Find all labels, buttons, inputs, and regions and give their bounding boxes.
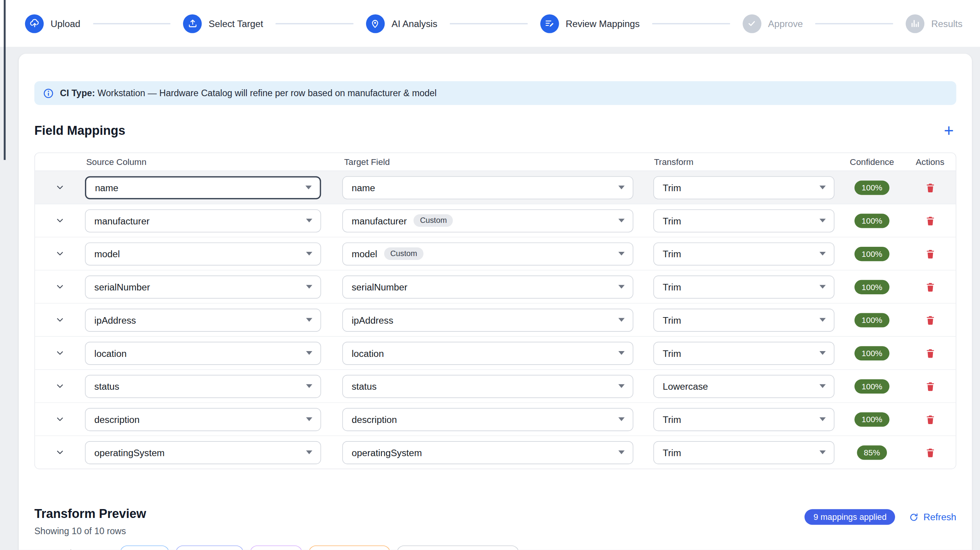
source-column-select[interactable]: operatingSystem (85, 441, 321, 464)
step-connector (816, 23, 893, 24)
field-mappings-header: Field Mappings + (34, 122, 956, 139)
step-upload[interactable]: Upload (25, 14, 80, 33)
mappings-icon (540, 14, 559, 33)
step-approve[interactable]: Approve (743, 14, 803, 33)
dropdown-caret-icon (618, 450, 624, 454)
chart-icon (905, 14, 924, 33)
dropdown-caret-icon (306, 384, 312, 388)
step-label: Select Target (209, 18, 263, 29)
transform-select[interactable]: Trim (653, 407, 834, 431)
target-field-select[interactable]: description (342, 407, 633, 431)
mapping-row: operatingSystem operatingSystem Trim 85% (35, 436, 956, 469)
detected-ci-types-row: Detected CI Types: Server: 2Workstation:… (34, 545, 956, 550)
step-label: Upload (51, 18, 80, 29)
delete-mapping-button[interactable] (925, 314, 935, 326)
expand-row-chevron-icon[interactable] (55, 348, 65, 358)
source-column-select[interactable]: ipAddress (85, 308, 321, 331)
dropdown-caret-icon (306, 252, 312, 256)
mappings-applied-badge: 9 mappings applied (805, 509, 895, 525)
confidence-badge: 100% (855, 213, 889, 227)
delete-mapping-button[interactable] (925, 248, 935, 260)
table-body: name name Trim 100% (35, 171, 956, 469)
upload-target-icon (183, 14, 202, 33)
transform-select[interactable]: Trim (653, 441, 834, 464)
dropdown-caret-icon (306, 418, 312, 421)
step-label: Approve (768, 18, 803, 29)
mappings-table: Source Column Target Field Transform Con… (34, 153, 956, 469)
refresh-icon (909, 512, 919, 522)
custom-badge: Custom (384, 248, 424, 260)
delete-mapping-button[interactable] (925, 413, 935, 425)
transform-select[interactable]: Trim (653, 308, 834, 331)
dropdown-caret-icon (618, 384, 624, 388)
step-ai-analysis[interactable]: AI Analysis (366, 14, 437, 33)
source-column-select[interactable]: manufacturer (85, 209, 321, 232)
transform-select[interactable]: Trim (653, 209, 834, 232)
expand-row-chevron-icon[interactable] (55, 315, 65, 325)
refresh-button[interactable]: Refresh (909, 512, 956, 522)
source-column-select[interactable]: name (85, 176, 321, 199)
custom-badge: Custom (414, 214, 453, 227)
dropdown-caret-icon (819, 252, 826, 256)
step-label: Review Mappings (566, 18, 640, 29)
target-field-select[interactable]: location (342, 341, 633, 365)
ci-type-badge: Workstation: 3 (176, 545, 244, 550)
target-field-select[interactable]: status (342, 375, 633, 398)
confidence-badge: 100% (855, 346, 889, 360)
source-column-select[interactable]: location (85, 341, 321, 365)
target-field-select[interactable]: ipAddress (342, 308, 633, 331)
transform-select[interactable]: Trim (653, 275, 834, 299)
expand-row-chevron-icon[interactable] (55, 447, 65, 457)
ci-type-badge: Unmatched: 1 → Workstation (397, 545, 519, 550)
target-field-select[interactable]: name (342, 176, 633, 199)
page: Upload Select Target AI Analysis Review … (0, 0, 980, 550)
delete-mapping-button[interactable] (925, 380, 935, 392)
wizard-stepper: Upload Select Target AI Analysis Review … (0, 0, 980, 48)
dropdown-caret-icon (618, 185, 624, 189)
check-icon (743, 14, 761, 33)
expand-row-chevron-icon[interactable] (55, 414, 65, 424)
delete-mapping-button[interactable] (925, 182, 935, 194)
delete-mapping-button[interactable] (925, 215, 935, 227)
step-select-target[interactable]: Select Target (183, 14, 263, 33)
dropdown-caret-icon (819, 185, 826, 189)
step-results[interactable]: Results (905, 14, 962, 33)
target-field-select[interactable]: manufacturer Custom (342, 209, 633, 232)
ci-type-badge: Server: 2 (120, 545, 169, 550)
delete-mapping-button[interactable] (925, 347, 935, 359)
source-column-select[interactable]: status (85, 375, 321, 398)
dropdown-caret-icon (819, 219, 826, 222)
target-field-select[interactable]: operatingSystem (342, 441, 633, 464)
mapping-row: serialNumber serialNumber Trim 100% (35, 270, 956, 304)
delete-mapping-button[interactable] (925, 446, 935, 458)
step-connector (276, 23, 353, 24)
expand-row-chevron-icon[interactable] (55, 282, 65, 292)
source-column-select[interactable]: serialNumber (85, 275, 321, 299)
transform-select[interactable]: Trim (653, 341, 834, 365)
step-review-mappings[interactable]: Review Mappings (540, 14, 640, 33)
source-column-select[interactable]: model (85, 242, 321, 265)
confidence-badge: 100% (855, 313, 889, 327)
expand-row-chevron-icon[interactable] (55, 216, 65, 226)
table-header: Source Column Target Field Transform Con… (35, 153, 956, 171)
expand-row-chevron-icon[interactable] (55, 182, 65, 192)
target-field-select[interactable]: model Custom (342, 242, 633, 265)
transform-select[interactable]: Lowercase (653, 375, 834, 398)
header-source-column: Source Column (85, 157, 342, 167)
dropdown-caret-icon (305, 185, 312, 189)
delete-mapping-button[interactable] (925, 281, 935, 293)
target-field-select[interactable]: serialNumber (342, 275, 633, 299)
dropdown-caret-icon (618, 219, 624, 222)
expand-row-chevron-icon[interactable] (55, 381, 65, 391)
mapping-row: status status Lowercase 100% (35, 370, 956, 403)
header-transform: Transform (653, 157, 841, 167)
transform-select[interactable]: Trim (653, 242, 834, 265)
ci-type-badge: Monitor: 2 (250, 545, 302, 550)
dropdown-caret-icon (618, 351, 624, 355)
expand-row-chevron-icon[interactable] (55, 249, 65, 259)
add-mapping-button[interactable]: + (941, 123, 956, 138)
transform-preview-header: Transform Preview Showing 10 of 10 rows … (34, 506, 956, 537)
transform-select[interactable]: Trim (653, 176, 834, 199)
confidence-badge: 100% (855, 246, 889, 261)
source-column-select[interactable]: description (85, 407, 321, 431)
